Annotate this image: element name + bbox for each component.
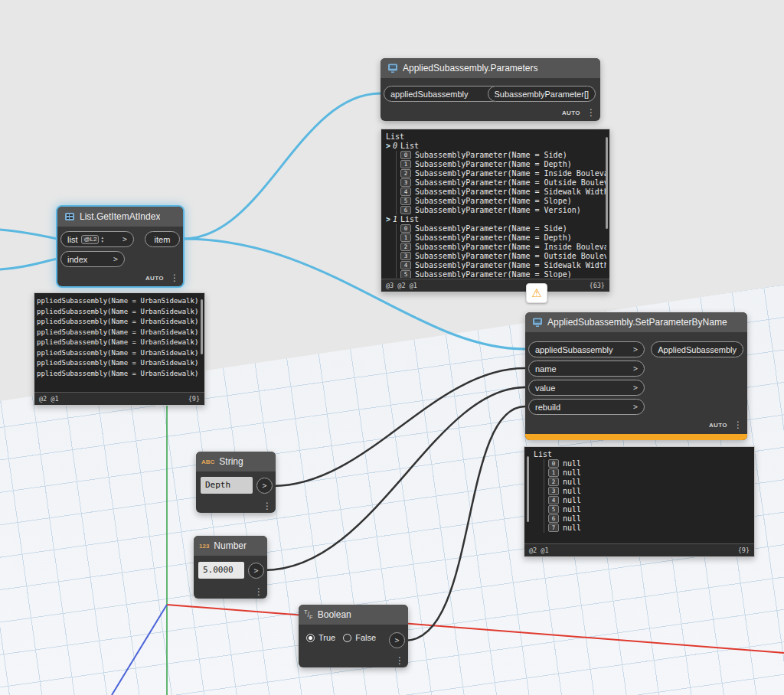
item-count: {63} <box>590 282 605 289</box>
node-header[interactable]: 123 Number <box>194 536 267 556</box>
port-label: AppliedSubassembly <box>658 345 737 354</box>
number-icon: 123 <box>199 543 209 550</box>
node-header[interactable]: T/F Boolean <box>299 605 408 625</box>
scrollbar[interactable] <box>527 456 529 522</box>
node-title: List.GetItemAtIndex <box>80 211 160 222</box>
level-stepper[interactable]: ▴ ▾ <box>101 236 103 243</box>
port-arrow-icon: > <box>394 636 399 644</box>
output-port-boolean[interactable]: > <box>389 632 405 648</box>
wire-incoming-to-index[interactable] <box>0 259 57 269</box>
string-icon: ABC <box>201 458 214 465</box>
port-label: name <box>535 364 557 374</box>
port-label: rebuild <box>535 403 560 412</box>
context-menu-icon[interactable]: ⋮ <box>733 420 743 429</box>
port-arrow-icon: > <box>629 364 638 373</box>
input-port-list[interactable]: list @L2 ▴ ▾ > <box>60 231 134 247</box>
dynamo-canvas[interactable]: AppliedSubassembly.Parameters appliedSub… <box>0 0 784 695</box>
list-levels[interactable]: @3 @2 @1 <box>386 282 417 289</box>
warning-icon[interactable]: ⚠ <box>526 283 547 303</box>
port-label: SubassemblyParameter[] <box>495 90 590 99</box>
node-footer: ⋮ <box>263 501 272 511</box>
output-port-appliedsubassembly[interactable]: AppliedSubassembly <box>651 341 743 357</box>
subassembly-preview-rows: ppliedSubassembly(Name = UrbanSidewalk)p… <box>37 296 201 391</box>
node-title: AppliedSubassembly.Parameters <box>403 63 538 73</box>
port-arrow-icon: > <box>262 481 266 490</box>
context-menu-icon[interactable]: ⋮ <box>395 656 404 665</box>
context-menu-icon[interactable]: ⋮ <box>254 587 263 596</box>
port-arrow-icon: > <box>629 403 638 411</box>
lacing-label[interactable]: AUTO <box>709 422 727 429</box>
lacing-label[interactable]: AUTO <box>145 275 164 282</box>
null-preview[interactable]: List0null1null2null3null4null5null6null7… <box>524 446 755 557</box>
parameters-preview-rows: List>0List0SubassemblyParameter(Name = S… <box>386 132 606 278</box>
radio-false[interactable] <box>343 634 351 642</box>
node-list-getitematindex[interactable]: List.GetItemAtIndex list @L2 ▴ ▾ > item … <box>57 207 183 286</box>
input-port-index[interactable]: index > <box>60 251 125 267</box>
input-port-appliedsubassembly[interactable]: appliedSubassembly > <box>528 341 645 357</box>
port-label: value <box>535 383 555 393</box>
boolean-options: True False <box>306 633 384 642</box>
scrollbar[interactable] <box>606 137 608 229</box>
stepper-down-icon[interactable]: ▾ <box>101 240 103 243</box>
parameters-preview[interactable]: List>0List0SubassemblyParameter(Name = S… <box>381 129 610 292</box>
port-label: item <box>155 235 171 244</box>
node-footer: ⋮ <box>395 656 404 665</box>
list-level-badge[interactable]: @L2 <box>81 235 99 244</box>
input-port-appliedsubassembly[interactable]: appliedSubassembly > <box>384 86 500 102</box>
node-header[interactable]: AppliedSubassembly.SetParameterByName <box>525 312 747 332</box>
output-port-subassemblyparameter[interactable]: SubassemblyParameter[] <box>488 86 596 102</box>
null-preview-rows: List0null1null2null3null4null5null6null7… <box>534 450 751 543</box>
preview-footer: @3 @2 @1 {63} <box>381 279 609 292</box>
port-label: appliedSubassembly <box>390 90 469 99</box>
preview-footer: @2 @1 {9} <box>34 392 204 405</box>
node-boolean[interactable]: T/F Boolean True False > ⋮ <box>299 605 408 667</box>
node-number[interactable]: 123 Number 5.0000 > ⋮ <box>194 536 267 599</box>
port-label: appliedSubassembly <box>535 345 613 354</box>
number-value-input[interactable]: 5.0000 <box>198 562 244 579</box>
port-arrow-icon: > <box>253 566 258 575</box>
node-footer: ⋮ <box>254 587 263 596</box>
warning-strip <box>525 434 747 440</box>
port-arrow-icon: > <box>629 383 638 392</box>
radio-true[interactable] <box>306 634 315 642</box>
input-port-rebuild[interactable]: rebuild > <box>528 399 645 415</box>
node-appliedsubassembly-setparameterbyname[interactable]: AppliedSubassembly.SetParameterByName ap… <box>525 312 747 440</box>
preview-footer: @2 @1 {9} <box>524 543 754 556</box>
input-port-name[interactable]: name > <box>528 361 645 377</box>
port-label: index <box>67 255 87 264</box>
radio-false-label[interactable]: False <box>355 633 376 642</box>
node-appliedsubassembly-parameters[interactable]: AppliedSubassembly.Parameters appliedSub… <box>381 58 600 121</box>
radio-true-label[interactable]: True <box>318 633 335 642</box>
node-header[interactable]: List.GetItemAtIndex <box>57 207 183 227</box>
node-icon <box>64 211 75 222</box>
node-header[interactable]: AppliedSubassembly.Parameters <box>381 58 600 78</box>
node-title: Boolean <box>318 609 351 620</box>
output-port-item[interactable]: item <box>145 231 180 247</box>
lacing-label[interactable]: AUTO <box>562 109 580 116</box>
input-port-value[interactable]: value > <box>528 380 645 396</box>
boolean-icon-top: T <box>304 609 308 615</box>
node-title: String <box>219 456 243 467</box>
node-title: AppliedSubassembly.SetParameterByName <box>547 317 727 328</box>
scrollbar[interactable] <box>201 299 203 354</box>
item-count: {9} <box>738 547 750 554</box>
context-menu-icon[interactable]: ⋮ <box>170 273 179 282</box>
list-levels[interactable]: @2 @1 <box>529 547 549 554</box>
node-footer: AUTO ⋮ <box>562 108 596 117</box>
context-menu-icon[interactable]: ⋮ <box>263 501 272 511</box>
wire-item-to-parameters[interactable] <box>183 93 381 239</box>
item-count: {9} <box>188 395 200 403</box>
boolean-icon-bottom: F <box>309 614 313 621</box>
output-port-number[interactable]: > <box>248 563 264 579</box>
boolean-icon: T/F <box>304 609 313 621</box>
list-levels[interactable]: @2 @1 <box>39 395 59 403</box>
port-arrow-icon: > <box>629 345 638 354</box>
node-string[interactable]: ABC String Depth > ⋮ <box>196 452 276 513</box>
node-header[interactable]: ABC String <box>196 452 276 471</box>
context-menu-icon[interactable]: ⋮ <box>586 108 596 117</box>
output-port-string[interactable]: > <box>256 478 273 494</box>
string-value-input[interactable]: Depth <box>201 477 253 494</box>
subassembly-preview[interactable]: ppliedSubassembly(Name = UrbanSidewalk)p… <box>34 292 205 406</box>
warning-glyph: ⚠ <box>531 286 541 300</box>
wire-incoming-to-list[interactable] <box>0 230 57 239</box>
